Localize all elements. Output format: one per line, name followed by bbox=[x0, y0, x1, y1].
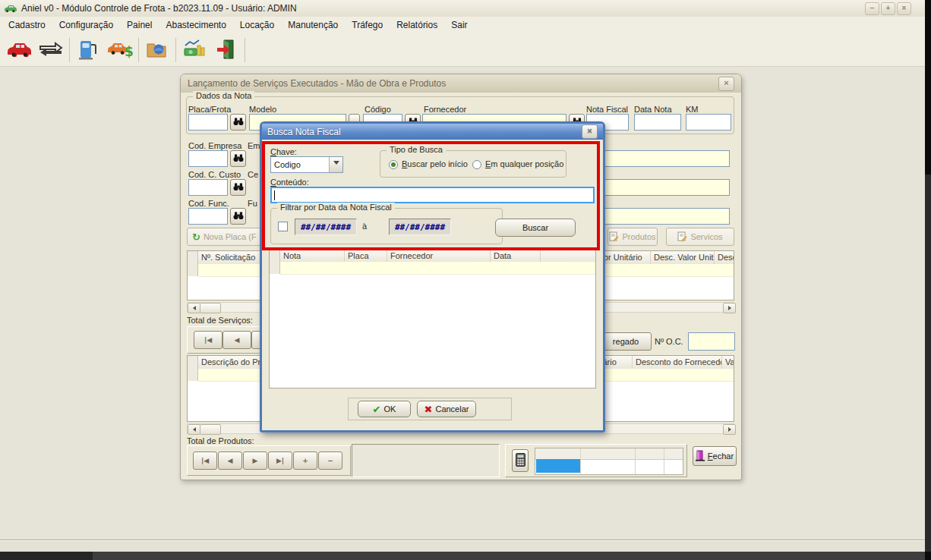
calculator-button[interactable] bbox=[512, 449, 529, 472]
svg-text:$: $ bbox=[125, 44, 133, 59]
resultado-grid: Nota Placa Fornecedor Data bbox=[269, 249, 596, 389]
ok-button[interactable]: ✔ OK bbox=[358, 401, 411, 417]
nav-prior-button[interactable]: ◀ bbox=[218, 451, 242, 470]
radio-qualquer-posicao-label[interactable]: Em qualquer posição bbox=[485, 159, 563, 168]
ccusto-search-button[interactable] bbox=[230, 179, 246, 196]
data-inicio-input[interactable]: ##/##/#### bbox=[295, 219, 357, 235]
chave-combobox[interactable]: Codigo bbox=[270, 156, 343, 173]
menu-manutencao[interactable]: Manutenção bbox=[281, 17, 345, 33]
conteudo-input[interactable] bbox=[270, 187, 595, 203]
exit-button[interactable] bbox=[210, 36, 242, 64]
menu-cadastro[interactable]: Cadastro bbox=[2, 17, 52, 33]
numero-oc-label: Nº O.C. bbox=[655, 337, 683, 346]
radio-buscar-inicio[interactable] bbox=[389, 160, 398, 169]
nova-placa-button[interactable]: ↻ Nova Placa (F bbox=[187, 228, 270, 246]
data-nota-label: Data Nota bbox=[634, 105, 672, 114]
cancel-label: Cancelar bbox=[435, 404, 469, 414]
produtos-button[interactable]: Produtos bbox=[608, 228, 658, 246]
col-nota[interactable]: Nota bbox=[280, 250, 345, 262]
col-desc-valor-unit[interactable]: Desc. Valor Unit bbox=[651, 251, 715, 264]
cod-func-input[interactable] bbox=[188, 208, 228, 225]
col-valor-unitario[interactable]: or Unitário bbox=[601, 251, 651, 264]
row-indicator-cell bbox=[270, 262, 280, 274]
nav-delete-button[interactable]: − bbox=[318, 451, 342, 470]
nav-first-button[interactable]: |◀ bbox=[193, 451, 217, 470]
ccusto-label-partial: Ce bbox=[248, 170, 258, 179]
servicos-button[interactable]: Servicos bbox=[666, 228, 734, 246]
cod-empresa-input[interactable] bbox=[188, 150, 228, 167]
nav-next-button[interactable]: ▶ bbox=[243, 451, 267, 470]
col-solicitacao[interactable]: Nº. Solicitação bbox=[198, 251, 268, 264]
col-valor[interactable]: Valor D bbox=[722, 356, 734, 369]
menu-locacao[interactable]: Locação bbox=[233, 17, 281, 33]
mdi-close-button[interactable]: × bbox=[718, 77, 734, 91]
func-label-partial: Fu bbox=[248, 199, 257, 208]
menu-relatorios[interactable]: Relatórios bbox=[390, 17, 444, 33]
vehicle-cost-button[interactable]: $ bbox=[104, 36, 136, 64]
empty-row[interactable] bbox=[280, 262, 595, 275]
menu-sair[interactable]: Sair bbox=[444, 17, 474, 33]
col-fornecedor[interactable]: Fornecedor bbox=[387, 250, 491, 262]
toolbar-separator bbox=[138, 38, 139, 62]
data-nota-input[interactable] bbox=[634, 114, 681, 131]
col-data[interactable]: Data bbox=[491, 250, 541, 262]
radio-qualquer-posicao[interactable] bbox=[472, 160, 481, 169]
servicos-label: Servicos bbox=[690, 232, 722, 241]
scroll-right-button[interactable] bbox=[723, 303, 736, 313]
nav-insert-button[interactable]: + bbox=[293, 451, 317, 470]
red-car-icon bbox=[6, 40, 32, 60]
screen-right-edge-lower bbox=[925, 175, 931, 552]
cod-ccusto-input[interactable] bbox=[188, 179, 228, 196]
row-indicator-header bbox=[188, 251, 198, 264]
empresa-search-button[interactable] bbox=[230, 150, 246, 167]
scroll-thumb[interactable] bbox=[200, 303, 221, 313]
restore-button[interactable]: + bbox=[881, 2, 895, 15]
dialog-close-button[interactable]: × bbox=[582, 124, 598, 139]
menu-painel[interactable]: Painel bbox=[120, 17, 159, 33]
total-produtos-label: Total de Produtos: bbox=[187, 436, 254, 445]
fuel-button[interactable] bbox=[72, 36, 104, 64]
binoculars-icon bbox=[233, 117, 244, 127]
document-edit-icon bbox=[609, 231, 619, 243]
minimize-button[interactable]: – bbox=[865, 2, 879, 15]
buscar-button[interactable]: Buscar bbox=[495, 219, 576, 237]
scroll-left-button[interactable] bbox=[188, 303, 200, 313]
desktop: Aniel v0 - Módulo Controle de Frota - b2… bbox=[0, 0, 931, 560]
col-desc[interactable]: Desc. bbox=[715, 251, 734, 264]
exit-door-icon bbox=[216, 39, 236, 61]
func-search-button[interactable] bbox=[230, 208, 246, 225]
workshop-button[interactable] bbox=[141, 36, 173, 64]
agregado-button[interactable]: regado bbox=[600, 332, 652, 351]
close-button[interactable]: × bbox=[897, 2, 911, 15]
finance-report-button[interactable] bbox=[178, 36, 210, 64]
fechar-button[interactable]: Fechar bbox=[693, 446, 737, 466]
scroll-left-button[interactable] bbox=[188, 424, 200, 435]
col-placa[interactable]: Placa bbox=[345, 250, 387, 262]
scroll-thumb[interactable] bbox=[200, 424, 221, 435]
menu-trafego[interactable]: Tráfego bbox=[345, 17, 390, 33]
filtro-data-checkbox[interactable] bbox=[278, 222, 288, 231]
busca-nota-fiscal-dialog: Busca Nota Fiscal × Chave: Codigo Tipo d… bbox=[260, 121, 605, 433]
nav-last-button[interactable]: ▶| bbox=[268, 451, 292, 470]
menu-configuracao[interactable]: Configuração bbox=[52, 17, 120, 33]
radio-buscar-inicio-label[interactable]: Buscar pelo início bbox=[402, 159, 468, 168]
numero-oc-input[interactable] bbox=[688, 332, 735, 351]
data-fim-input[interactable]: ##/##/#### bbox=[389, 219, 451, 235]
col-desconto-fornecedor[interactable]: Desconto do Fornecedor bbox=[633, 356, 722, 369]
placa-frota-input[interactable] bbox=[188, 114, 228, 131]
placa-search-button[interactable] bbox=[230, 114, 246, 131]
menu-bar: Cadastro Configuração Painel Abastecimen… bbox=[0, 17, 926, 33]
scroll-right-button[interactable] bbox=[723, 424, 736, 435]
filtro-data-legend: Filtrar por Data da Nota Fiscal bbox=[277, 203, 395, 212]
nav-prior-button[interactable]: ◀ bbox=[222, 331, 251, 349]
text-caret bbox=[274, 190, 275, 200]
dialog-button-panel: ✔ OK ✖ Cancelar bbox=[348, 398, 512, 420]
km-input[interactable] bbox=[686, 114, 731, 131]
cancel-button[interactable]: ✖ Cancelar bbox=[417, 401, 476, 417]
nova-placa-label: Nova Placa (F bbox=[204, 232, 257, 241]
menu-abastecimento[interactable]: Abastecimento bbox=[159, 17, 232, 33]
transfer-button[interactable] bbox=[35, 36, 67, 64]
vehicle-button[interactable] bbox=[3, 36, 35, 64]
chevron-down-icon[interactable] bbox=[329, 157, 342, 172]
nav-first-button[interactable]: |◀ bbox=[194, 331, 222, 349]
